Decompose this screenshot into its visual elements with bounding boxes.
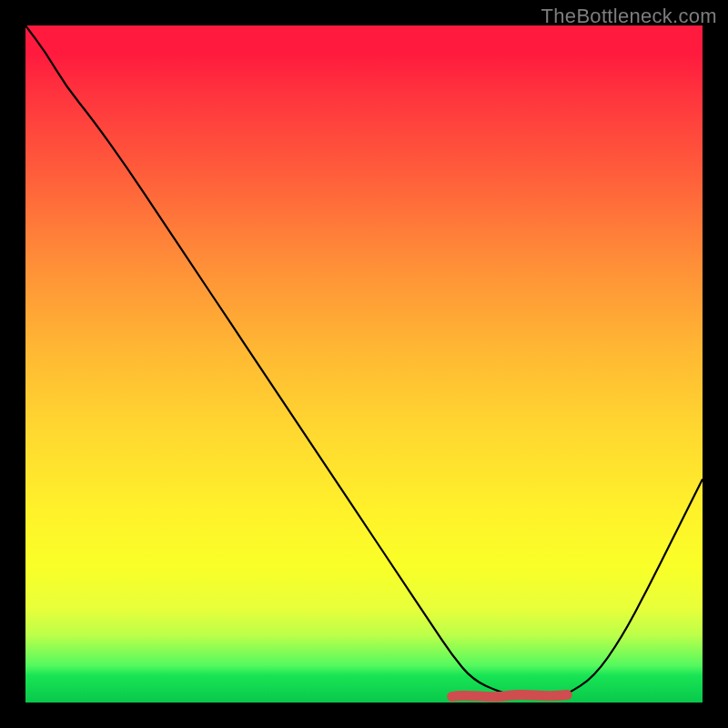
chart-stage: TheBottleneck.com bbox=[0, 0, 728, 728]
bottleneck-curve bbox=[25, 25, 703, 698]
flat-segment-highlight bbox=[452, 694, 567, 697]
curve-layer bbox=[25, 25, 703, 703]
